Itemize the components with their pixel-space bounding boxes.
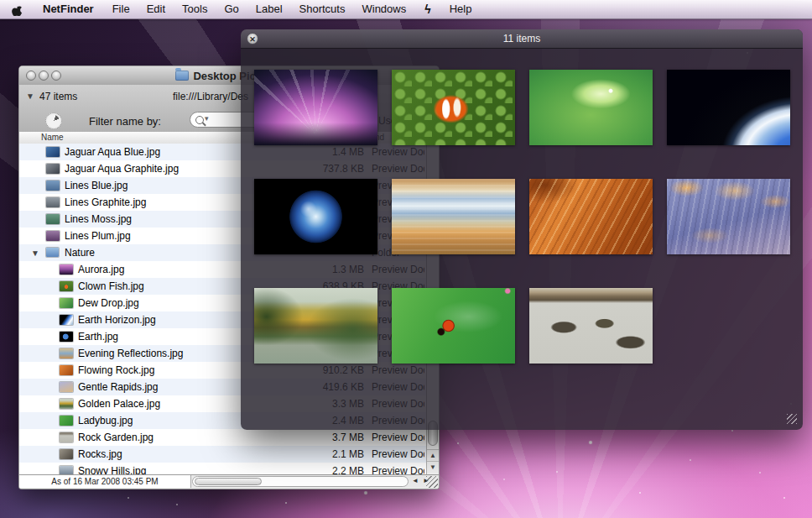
file-thumbnail-icon (46, 181, 60, 191)
menu-go[interactable]: Go (216, 0, 247, 18)
file-thumbnail-icon (60, 332, 73, 342)
file-thumbnail-icon (46, 214, 60, 224)
column-header-name[interactable]: Name (41, 133, 64, 142)
file-thumbnail-icon (46, 231, 60, 241)
scroll-up-button[interactable]: ▲ (427, 449, 439, 462)
folder-icon (175, 71, 189, 81)
menu-edit[interactable]: Edit (138, 0, 174, 18)
file-row[interactable]: Snowy Hills.jpg2.2 MBPreview Document (19, 463, 439, 475)
thumbnail-evening-reflections[interactable] (392, 179, 515, 254)
scroll-left-button[interactable]: ◄ (412, 477, 419, 484)
filter-label: Filter name by: (89, 115, 161, 128)
preview-panel-resize-grip[interactable] (787, 414, 797, 424)
file-thumbnail-icon (60, 382, 73, 392)
file-thumbnail-icon (60, 365, 73, 375)
thumbnail-earth[interactable] (254, 179, 377, 254)
file-thumbnail-icon (60, 416, 73, 426)
file-thumbnail-icon (46, 147, 60, 157)
menu-windows[interactable]: Windows (353, 0, 414, 18)
menu-shortcuts[interactable]: Shortcuts (291, 0, 354, 18)
apple-logo (12, 3, 23, 16)
menu-help[interactable]: Help (441, 0, 481, 18)
menu-netfinder[interactable]: NetFinder (33, 0, 104, 18)
scroll-down-button[interactable]: ▼ (427, 461, 439, 474)
thumbnail-earth-horizon[interactable] (667, 70, 790, 145)
location-url: file:///Library/Des (173, 91, 248, 102)
file-thumbnail-icon (60, 298, 73, 308)
window-resize-grip[interactable] (426, 476, 438, 488)
apple-menu-icon[interactable] (0, 3, 33, 16)
progress-dial-icon (45, 112, 62, 129)
status-bar: As of 16 Mar 2008 03:45 PM ◄ ► (19, 474, 439, 489)
search-options-chevron-icon[interactable]: ▾ (205, 114, 209, 123)
preview-panel: ✕ 11 items (241, 29, 803, 430)
nature-disclosure-triangle-icon[interactable]: ▼ (31, 249, 39, 258)
file-thumbnail-icon (60, 315, 73, 325)
screen: NetFinder File Edit Tools Go Label Short… (0, 0, 812, 518)
thumbnail-golden-palace[interactable] (254, 288, 377, 364)
thumbnail-grid (254, 70, 790, 364)
file-thumbnail-icon (60, 449, 73, 459)
menu-label[interactable]: Label (247, 0, 291, 18)
search-icon (195, 116, 204, 124)
thumbnail-aurora[interactable] (254, 70, 377, 145)
file-thumbnail-icon (60, 281, 73, 291)
file-thumbnail-icon (60, 399, 73, 409)
root-disclosure-triangle-icon[interactable]: ▼ (26, 92, 34, 101)
file-row[interactable]: Rocks.jpg2.1 MBPreview Document (19, 446, 439, 463)
file-thumbnail-icon (46, 164, 60, 174)
file-thumbnail-icon (46, 197, 60, 207)
horizontal-scrollbar-thumb[interactable] (195, 478, 262, 485)
item-count-label: 47 items (39, 91, 77, 102)
thumbnail-dew-drop[interactable] (529, 70, 653, 145)
menu-tools[interactable]: Tools (174, 0, 216, 18)
menu-file[interactable]: File (104, 0, 138, 18)
horizontal-scrollbar[interactable] (192, 476, 409, 487)
thumbnail-flowing-rock[interactable] (529, 179, 653, 254)
script-menu-icon[interactable]: ϟ (414, 0, 440, 18)
file-row[interactable]: Rock Garden.jpg3.7 MBPreview Document (19, 429, 439, 446)
thumbnail-ladybug[interactable] (392, 288, 515, 364)
file-thumbnail-icon (60, 348, 73, 358)
menu-bar: NetFinder File Edit Tools Go Label Short… (0, 0, 812, 19)
file-thumbnail-icon (60, 264, 73, 275)
preview-panel-titlebar[interactable]: ✕ 11 items (241, 29, 803, 49)
folder-icon (46, 248, 59, 257)
file-thumbnail-icon (60, 432, 73, 442)
thumbnail-gentle-rapids[interactable] (667, 179, 790, 254)
thumbnail-clown-fish[interactable] (392, 70, 515, 145)
preview-panel-title: 11 items (241, 29, 803, 48)
thumbnail-rock-garden[interactable] (529, 288, 653, 364)
status-date-label: As of 16 Mar 2008 03:45 PM (19, 475, 191, 488)
